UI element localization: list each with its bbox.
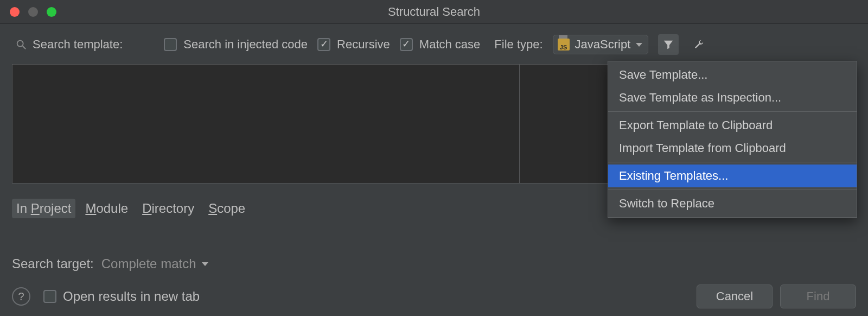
checkbox-label: Open results in new tab — [63, 289, 200, 304]
search-in-injected-checkbox[interactable]: Search in injected code — [164, 37, 308, 52]
menu-separator — [608, 189, 857, 190]
find-button[interactable]: Find — [780, 285, 856, 308]
checkbox-box — [43, 290, 56, 303]
zoom-window-button[interactable] — [47, 7, 56, 17]
file-type-value: JavaScript — [575, 37, 631, 52]
search-target-dropdown[interactable]: Complete match — [101, 256, 208, 271]
checkbox-box — [164, 38, 177, 51]
checkbox-box — [400, 38, 413, 51]
tools-popup-menu: Save Template...Save Template as Inspect… — [608, 61, 857, 218]
template-editor[interactable] — [12, 65, 519, 183]
scope-tab-scope[interactable]: Scope — [204, 199, 250, 218]
match-case-checkbox[interactable]: Match case — [400, 37, 481, 52]
checkbox-box — [317, 38, 330, 51]
menu-item-switch-to-replace[interactable]: Switch to Replace — [608, 192, 857, 215]
cancel-button[interactable]: Cancel — [697, 285, 773, 308]
checkbox-label: Search in injected code — [183, 37, 308, 52]
search-target-row: Search target: Complete match — [12, 256, 868, 271]
javascript-file-icon: JS — [558, 39, 570, 50]
file-type-dropdown[interactable]: JS JavaScript — [553, 35, 649, 54]
tools-menu-button[interactable] — [688, 34, 709, 55]
filter-toggle-button[interactable] — [658, 34, 679, 55]
svg-line-1 — [23, 46, 26, 49]
menu-item-save-template-as-inspection[interactable]: Save Template as Inspection... — [608, 86, 857, 109]
scope-tab-module[interactable]: Module — [81, 199, 132, 218]
search-icon — [15, 39, 27, 50]
open-in-new-tab-checkbox[interactable]: Open results in new tab — [43, 289, 200, 304]
options-row: Search template: Search in injected code… — [0, 28, 868, 61]
titlebar: Structural Search — [0, 0, 868, 24]
minimize-window-button[interactable] — [28, 7, 38, 17]
search-template-label: Search template: — [33, 37, 123, 52]
checkbox-label: Match case — [419, 37, 481, 52]
scope-tab-in-project[interactable]: In Project — [12, 199, 75, 218]
menu-item-existing-templates[interactable]: Existing Templates... — [608, 165, 857, 187]
file-type-label: File type: — [494, 37, 542, 52]
menu-item-save-template[interactable]: Save Template... — [608, 64, 857, 86]
menu-item-import-template-from-clipboard[interactable]: Import Template from Clipboard — [608, 137, 857, 160]
chevron-down-icon — [202, 262, 208, 266]
svg-point-0 — [17, 41, 23, 47]
close-window-button[interactable] — [10, 7, 20, 17]
search-template-label-group: Search template: — [15, 37, 123, 52]
search-target-label: Search target: — [12, 256, 94, 271]
help-button[interactable]: ? — [12, 287, 30, 306]
recursive-checkbox[interactable]: Recursive — [317, 37, 390, 52]
footer: ? Open results in new tab Cancel Find — [0, 285, 868, 308]
traffic-lights — [10, 7, 56, 17]
search-target-value: Complete match — [101, 256, 196, 271]
scope-tab-directory[interactable]: Directory — [138, 199, 199, 218]
window-title: Structural Search — [388, 5, 480, 19]
menu-item-export-template-to-clipboard[interactable]: Export Template to Clipboard — [608, 114, 857, 137]
chevron-down-icon — [636, 43, 642, 47]
menu-separator — [608, 111, 857, 112]
menu-separator — [608, 162, 857, 162]
checkbox-label: Recursive — [337, 37, 390, 52]
